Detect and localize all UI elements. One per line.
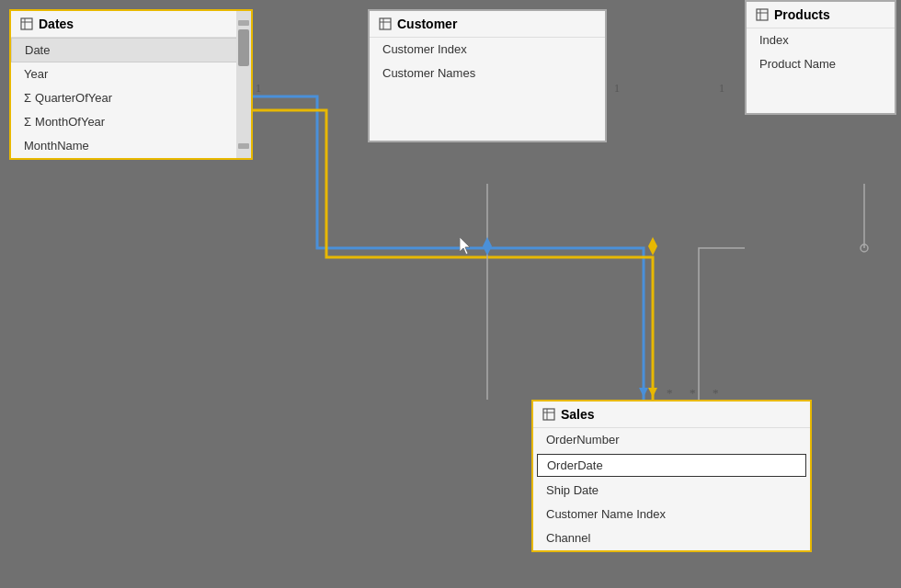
svg-rect-17	[380, 18, 391, 29]
sales-field-ordernumber[interactable]: OrderNumber	[533, 428, 810, 452]
svg-rect-20	[757, 9, 768, 20]
svg-rect-14	[21, 18, 32, 29]
mouse-cursor	[460, 237, 474, 255]
sales-table: Sales OrderNumber OrderDate Ship Date Cu…	[531, 400, 812, 552]
svg-marker-11	[648, 388, 657, 397]
svg-marker-12	[639, 388, 648, 397]
sales-table-header: Sales	[533, 401, 810, 428]
dates-field-monthofyear[interactable]: ΣMonthOfYear	[11, 110, 251, 134]
svg-marker-10	[648, 237, 657, 255]
sigma-icon: Σ	[24, 115, 31, 129]
products-table-header: Products	[747, 2, 895, 28]
dates-table: Dates Date Year ΣQuarterOfYear ΣMonthOfY…	[9, 9, 253, 160]
table-icon-dates	[20, 17, 33, 30]
products-table: Products Index Product Name	[745, 0, 896, 115]
dates-field-date[interactable]: Date	[11, 38, 251, 62]
dates-table-body: Date Year ΣQuarterOfYear ΣMonthOfYear Mo…	[11, 38, 251, 158]
customer-table-title: Customer	[397, 17, 457, 31]
dates-field-monthname[interactable]: MonthName	[11, 134, 251, 158]
svg-point-13	[861, 244, 868, 252]
table-icon-products	[756, 8, 769, 21]
customer-field-index[interactable]: Customer Index	[370, 38, 605, 62]
dates-field-quarterofyear[interactable]: ΣQuarterOfYear	[11, 86, 251, 110]
customer-table: Customer Customer Index Customer Names	[368, 9, 607, 142]
svg-text:*: *	[667, 386, 673, 400]
sales-field-shipdate[interactable]: Ship Date	[533, 479, 810, 503]
svg-text:1: 1	[719, 82, 724, 95]
table-icon-sales	[542, 408, 555, 421]
products-field-index[interactable]: Index	[747, 28, 895, 52]
scroll-down-arrow[interactable]	[238, 143, 249, 149]
scroll-up-arrow[interactable]	[238, 20, 249, 26]
dates-field-year[interactable]: Year	[11, 62, 251, 86]
dates-scrollbar[interactable]	[236, 11, 251, 158]
products-table-title: Products	[774, 7, 830, 22]
dates-table-title: Dates	[39, 17, 74, 31]
sales-field-customernameindex[interactable]: Customer Name Index	[533, 503, 810, 526]
svg-marker-9	[483, 237, 492, 255]
customer-field-names[interactable]: Customer Names	[370, 62, 605, 85]
sigma-icon: Σ	[24, 91, 31, 105]
customer-table-header: Customer	[370, 11, 605, 38]
svg-text:1: 1	[614, 82, 620, 95]
products-field-name[interactable]: Product Name	[747, 52, 895, 76]
svg-rect-23	[543, 409, 554, 420]
scroll-thumb[interactable]	[238, 29, 249, 66]
customer-table-body: Customer Index Customer Names	[370, 38, 605, 141]
sales-table-title: Sales	[561, 407, 595, 422]
svg-text:*: *	[713, 386, 719, 400]
table-icon-customer	[379, 17, 392, 30]
sales-table-body: OrderNumber OrderDate Ship Date Customer…	[533, 428, 810, 550]
products-table-body: Index Product Name	[747, 28, 895, 113]
svg-text:1: 1	[256, 82, 261, 95]
svg-text:*: *	[690, 386, 696, 400]
sales-field-orderdate[interactable]: OrderDate	[537, 454, 806, 477]
sales-field-channel[interactable]: Channel	[533, 526, 810, 550]
svg-marker-26	[460, 237, 470, 254]
dates-table-header: Dates	[11, 11, 251, 38]
